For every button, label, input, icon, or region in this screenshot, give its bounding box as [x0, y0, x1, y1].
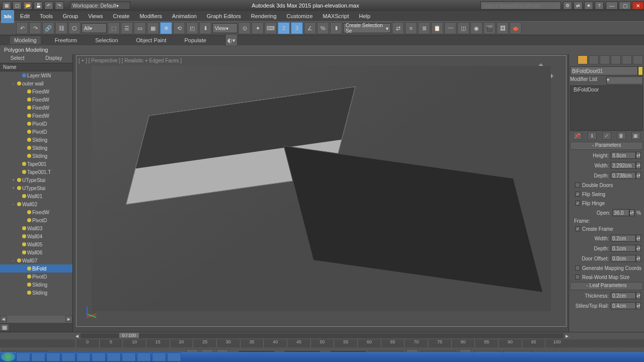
select-name-button[interactable]: ☰ — [121, 22, 133, 34]
explorer-config-button[interactable]: ▦ — [0, 324, 9, 331]
width-input[interactable] — [611, 162, 636, 169]
pin-stack-button[interactable]: 📌 — [573, 132, 582, 140]
frame-width-spinner[interactable]: ▴▾ — [636, 235, 641, 242]
tree-item[interactable]: Tape001.T — [0, 168, 72, 176]
menu-maxscript[interactable]: MAXScript — [318, 13, 354, 19]
panel-tab-display[interactable] — [622, 55, 632, 64]
scene-explorer-button[interactable]: 📋 — [431, 22, 443, 34]
tree-item[interactable]: Sliding — [0, 281, 72, 289]
tree-item[interactable]: FixedW — [0, 87, 72, 96]
explorer-column-name[interactable]: Name — [0, 63, 72, 71]
tree-item[interactable]: Sliding — [0, 289, 72, 297]
taskbar-icon[interactable] — [31, 352, 45, 361]
height-spinner[interactable]: ▴▾ — [636, 152, 641, 159]
minimize-button[interactable]: — — [606, 2, 618, 10]
align-button[interactable]: ≡ — [405, 22, 417, 34]
modifier-stack[interactable]: BiFoldDoor — [570, 85, 643, 131]
remove-mod-button[interactable]: 🗑 — [617, 132, 626, 140]
placement-button[interactable]: ⬇ — [199, 22, 211, 34]
taskbar-icon[interactable] — [167, 352, 181, 361]
tree-item[interactable]: Wall05 — [0, 240, 72, 248]
tree-item[interactable]: Tape001 — [0, 160, 72, 168]
ribbon-tab-populate[interactable]: Populate — [180, 36, 210, 44]
tree-item[interactable]: Wall01 — [0, 192, 72, 200]
tree-item[interactable]: PivotD — [0, 273, 72, 281]
window-crossing-button[interactable]: ▦ — [147, 22, 159, 34]
tree-item[interactable]: FixedW — [0, 208, 72, 216]
tree-item[interactable]: +UTypeStai — [0, 176, 72, 184]
exchange-icon[interactable]: ⇄ — [574, 2, 583, 10]
tree-item[interactable]: Wall06 — [0, 248, 72, 256]
region-button[interactable]: ▭ — [134, 22, 146, 34]
taskbar-icon[interactable] — [92, 352, 106, 361]
panel-tab-modify[interactable] — [589, 55, 599, 64]
time-ruler[interactable]: 0510152025303540455055606570758085909510… — [0, 339, 644, 347]
application-button[interactable]: 3ds — [1, 10, 14, 23]
tree-item[interactable]: FixedW — [0, 96, 72, 104]
tree-item[interactable]: Sliding — [0, 152, 72, 160]
menu-rendering[interactable]: Rendering — [246, 13, 282, 19]
viewport-perspective[interactable]: [ + ] [ Perspective ] [ Realistic + Edge… — [76, 55, 567, 327]
workspace-selector[interactable]: Workspace: Default ▾ — [70, 2, 130, 10]
tree-item[interactable]: Sliding — [0, 136, 72, 144]
tree-item[interactable]: +UTypeStai — [0, 184, 72, 192]
search-input[interactable] — [480, 2, 561, 10]
create-frame-checkbox[interactable]: ✓ — [575, 226, 580, 231]
taskbar-icon[interactable] — [107, 352, 121, 361]
menu-help[interactable]: Help — [354, 13, 376, 19]
frame-depth-input[interactable] — [611, 245, 636, 252]
tree-item[interactable]: Wall04 — [0, 232, 72, 240]
redo-icon[interactable]: ↷ — [55, 2, 64, 10]
rollout-parameters[interactable]: - Parameters — [570, 142, 643, 150]
layers-button[interactable]: ≣ — [418, 22, 430, 34]
help-icon[interactable]: ? — [595, 2, 604, 10]
viewport-label[interactable]: [ + ] [ Perspective ] [ Realistic + Edge… — [78, 58, 182, 63]
percent-snap-button[interactable]: % — [317, 22, 329, 34]
tree-item[interactable]: BiFold — [0, 264, 72, 273]
thickness-input[interactable] — [611, 292, 636, 299]
panel-tab-create[interactable] — [578, 55, 588, 64]
menu-tools[interactable]: Tools — [35, 13, 58, 19]
menu-edit[interactable]: Edit — [15, 13, 35, 19]
stiles-input[interactable] — [611, 302, 636, 309]
scale-button[interactable]: ◰ — [186, 22, 198, 34]
manipulate-button[interactable]: ✦ — [252, 22, 264, 34]
render-setup-button[interactable]: 🎬 — [484, 22, 496, 34]
snap-2d-button[interactable]: 2 — [278, 22, 290, 34]
menu-customize[interactable]: Customize — [282, 13, 318, 19]
signin-icon[interactable]: ⚙ — [563, 2, 572, 10]
tree-item[interactable]: -Wall07 — [0, 256, 72, 264]
frame-width-input[interactable] — [611, 235, 636, 242]
menu-modifiers[interactable]: Modifiers — [134, 13, 167, 19]
move-button[interactable]: ✥ — [160, 22, 172, 34]
unique-button[interactable]: ✓ — [602, 132, 611, 140]
tree-item[interactable]: FixedW — [0, 104, 72, 112]
keyboard-button[interactable]: ⌨ — [265, 22, 277, 34]
menu-group[interactable]: Group — [58, 13, 84, 19]
width-spinner[interactable]: ▴▾ — [636, 162, 641, 169]
link-button[interactable]: 🔗 — [42, 22, 54, 34]
app-menu-icon[interactable]: ▦ — [2, 2, 11, 10]
menu-grapheditors[interactable]: Graph Editors — [202, 13, 246, 19]
taskbar-icon[interactable] — [16, 352, 30, 361]
material-editor-button[interactable]: ◉ — [470, 22, 482, 34]
flip-swing-checkbox[interactable]: ✓ — [575, 192, 580, 197]
select-button[interactable]: ⬚ — [108, 22, 120, 34]
time-slider-value[interactable]: 0 / 100 — [119, 333, 139, 338]
ribbon-panel-label[interactable]: Polygon Modeling — [0, 45, 644, 54]
explorer-tab-select[interactable]: Select — [7, 54, 29, 63]
selection-filter[interactable]: All ▾ — [82, 23, 107, 33]
taskbar-icon[interactable] — [76, 352, 91, 361]
render-button[interactable]: 🫖 — [510, 22, 522, 34]
tree-item[interactable]: PivotD — [0, 120, 72, 128]
modifier-list-dropdown[interactable]: ▾ — [606, 76, 643, 84]
angle-snap-button[interactable]: ∠ — [304, 22, 316, 34]
tree-item[interactable]: Sliding — [0, 144, 72, 152]
object-color-swatch[interactable] — [638, 66, 643, 75]
real-world-checkbox[interactable] — [575, 275, 580, 280]
tree-item[interactable]: Wall03 — [0, 224, 72, 232]
open-icon[interactable]: 📂 — [23, 2, 32, 10]
undo-icon[interactable]: ↶ — [44, 2, 53, 10]
thickness-spinner[interactable]: ▴▾ — [636, 292, 641, 299]
tree-item[interactable]: Layer:WIN — [0, 71, 72, 79]
